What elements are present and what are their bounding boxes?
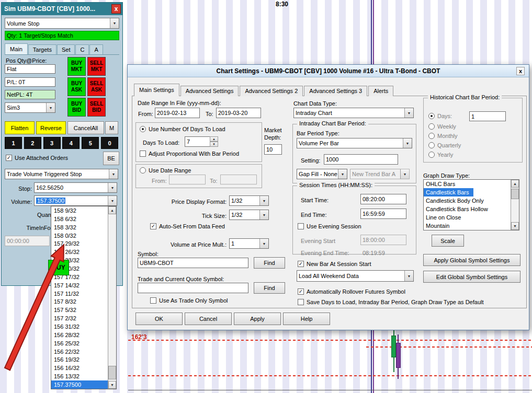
chevron-down-icon[interactable]: ▼ xyxy=(400,169,409,179)
chart-data-type-select[interactable]: Intraday Chart ▼ xyxy=(293,108,414,118)
sell-bid-button[interactable]: SELL BID xyxy=(87,98,106,117)
evening-session-checkbox[interactable]: Use Evening Session xyxy=(298,223,361,229)
use-days-radio[interactable]: Use Number Of Days To Load xyxy=(140,126,225,132)
buy-market-button[interactable]: BUY MKT xyxy=(67,57,86,76)
chevron-down-icon[interactable]: ▼ xyxy=(404,108,413,118)
close-icon[interactable]: x xyxy=(516,67,525,75)
checkbox-checked-icon[interactable]: ✓ xyxy=(298,261,304,267)
checkbox-checked-icon[interactable]: ✓ xyxy=(298,288,304,295)
dialog-tab[interactable]: Advanced Settings xyxy=(180,86,239,96)
checkbox-unchecked-icon[interactable] xyxy=(150,297,156,304)
checkbox-unchecked-icon[interactable] xyxy=(298,223,304,229)
volume-price-select[interactable]: 157.37500 ▼ xyxy=(34,195,117,206)
symbol-input[interactable]: UBM9-CBOT xyxy=(138,258,248,268)
checkbox-unchecked-icon[interactable] xyxy=(298,299,304,305)
days-radio[interactable]: Days: xyxy=(428,113,452,119)
cancel-button[interactable]: Cancel xyxy=(185,313,232,325)
qty-preset-button[interactable]: 4 xyxy=(62,137,80,149)
period-radio[interactable]: Monthly xyxy=(428,133,461,139)
dialog-tab[interactable]: Advanced Settings 3 xyxy=(304,86,367,96)
from-date-input[interactable]: 2019-02-13 xyxy=(155,108,200,118)
period-radio[interactable]: Yearly xyxy=(428,152,461,158)
checkbox-checked-icon[interactable]: ✓ xyxy=(6,155,12,161)
price-list-item[interactable]: 156 28/32 xyxy=(51,331,108,339)
price-list-item[interactable]: 156 19/32 xyxy=(51,355,108,364)
graph-draw-type-item[interactable]: Candlestick Bars xyxy=(424,188,473,196)
range-to-input[interactable] xyxy=(220,175,257,184)
bar-period-type-select[interactable]: Volume Per Bar ▼ xyxy=(297,138,412,148)
trade-only-checkbox[interactable]: Use As Trade Only Symbol xyxy=(150,297,228,304)
scrollbar-thumb[interactable] xyxy=(511,189,519,199)
break-even-button[interactable]: BE xyxy=(103,152,119,165)
chevron-down-icon[interactable]: ▼ xyxy=(109,169,118,179)
price-list-item[interactable]: 156 22/32 xyxy=(51,348,108,356)
days-input[interactable]: 1 xyxy=(469,111,506,121)
scroll-down-icon[interactable]: ▼ xyxy=(511,222,519,230)
chevron-down-icon[interactable]: ▼ xyxy=(404,271,413,281)
dialog-tab[interactable]: Advanced Settings 2 xyxy=(240,86,303,96)
price-list-item[interactable]: 156 13/32 xyxy=(51,372,108,380)
period-radio[interactable]: Weekly xyxy=(428,123,461,130)
trade-window-tab[interactable]: Main xyxy=(5,43,28,54)
qty-preset-button[interactable]: 3 xyxy=(43,137,61,149)
chevron-down-icon[interactable]: ▼ xyxy=(259,196,268,205)
save-defaults-checkbox[interactable]: Save Days to Load, Intraday Bar Period, … xyxy=(298,299,484,305)
use-attached-orders-checkbox[interactable]: ✓ Use Attached Orders xyxy=(6,155,68,161)
adjust-proportional-checkbox[interactable]: Adjust Proportional With Bar Period xyxy=(140,151,239,157)
scale-button[interactable]: Scale xyxy=(432,235,464,247)
market-depth-input[interactable]: 10 xyxy=(264,144,282,155)
price-list-item[interactable]: 157 8/32 xyxy=(51,297,108,306)
period-radio[interactable]: Quarterly xyxy=(428,142,461,148)
scrollbar-thumb[interactable] xyxy=(108,366,116,379)
chevron-down-icon[interactable]: ▼ xyxy=(110,18,119,28)
chevron-down-icon[interactable]: ▼ xyxy=(259,210,268,219)
graph-draw-type-item[interactable]: Candlestick Body Only xyxy=(424,196,511,205)
account-select[interactable]: Sim3 ▼ xyxy=(5,102,55,113)
trade-window-tab[interactable]: Set xyxy=(57,44,75,54)
chevron-down-icon[interactable]: ▼ xyxy=(108,196,117,205)
edit-global-symbol-settings-button[interactable]: Edit Global Symbol Settings xyxy=(423,271,520,283)
weekend-data-select[interactable]: Load All Weekend Data ▼ xyxy=(297,270,414,282)
rollover-checkbox[interactable]: ✓ Automatically Rollover Futures Symbol xyxy=(298,288,405,295)
price-list-item[interactable]: 157 14/32 xyxy=(51,281,108,290)
qty-preset-button[interactable]: 2 xyxy=(24,137,41,149)
m-button[interactable]: M xyxy=(105,121,118,134)
chevron-down-icon[interactable]: ▼ xyxy=(46,103,55,112)
price-list-item[interactable]: 157 26/32 xyxy=(51,248,108,256)
apply-button[interactable]: Apply xyxy=(234,313,281,325)
dialog-tab[interactable]: Alerts xyxy=(368,86,393,96)
qty-preset-button[interactable]: 0 xyxy=(101,137,118,149)
price-list-item[interactable]: 157 5/32 xyxy=(51,306,108,314)
reverse-button[interactable]: Reverse xyxy=(36,121,66,134)
price-list-item[interactable]: 158 0/32 xyxy=(51,232,108,240)
qty-preset-button[interactable]: 5 xyxy=(82,137,99,149)
price-list-item[interactable]: 156 16/32 xyxy=(51,364,108,372)
chevron-down-icon[interactable]: ▼ xyxy=(338,169,347,179)
graph-draw-type-item[interactable]: OHLC Bars xyxy=(424,180,511,188)
setting-input[interactable]: 1000 xyxy=(324,154,398,165)
to-date-input[interactable]: 2019-03-20 xyxy=(216,108,261,118)
checkbox-checked-icon[interactable]: ✓ xyxy=(150,223,156,229)
scroll-up-icon[interactable]: ▲ xyxy=(511,180,519,188)
use-date-range-radio[interactable]: Use Date Range xyxy=(140,167,191,174)
dialog-tab[interactable]: Main Settings xyxy=(134,84,179,96)
tick-size-select[interactable]: 1/32 ▼ xyxy=(229,210,269,220)
find-symbol-button[interactable]: Find xyxy=(254,257,285,269)
apply-global-symbol-settings-button[interactable]: Apply Global Symbol Settings xyxy=(423,254,520,266)
qty-preset-button[interactable]: 1 xyxy=(5,137,22,149)
start-time-input[interactable]: 08:20:00 xyxy=(360,194,406,204)
price-list-item[interactable]: 158 3/32 xyxy=(51,223,108,232)
price-list-item[interactable]: 158 6/32 xyxy=(51,215,108,223)
price-list-item[interactable]: 158 9/32 xyxy=(51,206,108,215)
scrollbar[interactable]: ▲ ▼ xyxy=(511,180,519,230)
cancel-all-button[interactable]: CancelAll xyxy=(67,121,104,134)
checkbox-unchecked-icon[interactable] xyxy=(140,151,146,157)
scrollbar[interactable]: ▲ ▼ xyxy=(108,206,116,389)
end-time-input[interactable]: 16:59:59 xyxy=(360,209,406,219)
chevron-down-icon[interactable]: ▼ xyxy=(259,239,268,248)
trade-strategy-select[interactable]: Volume Stop ▼ xyxy=(5,18,119,29)
graph-draw-type-item[interactable]: Candlestick Bars Hollow xyxy=(424,205,511,213)
sell-market-button[interactable]: SELL MKT xyxy=(87,57,106,76)
sell-ask-button[interactable]: SELL ASK xyxy=(87,77,106,96)
autoset-checkbox[interactable]: ✓ Auto-Set From Data Feed xyxy=(150,223,225,229)
